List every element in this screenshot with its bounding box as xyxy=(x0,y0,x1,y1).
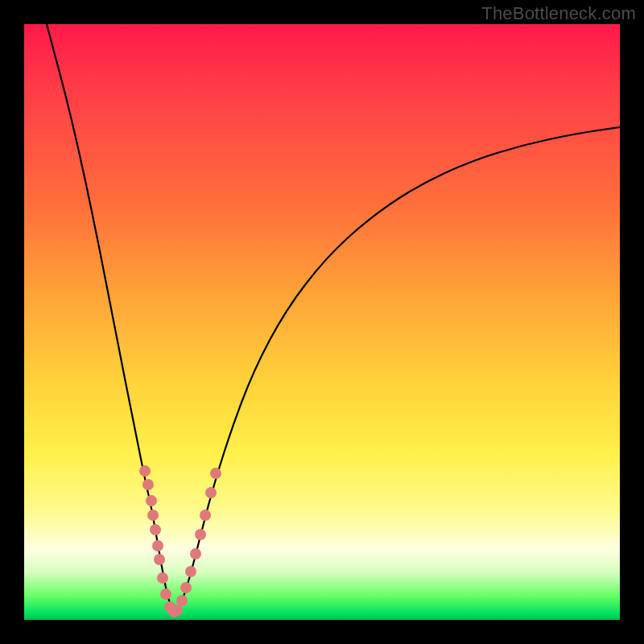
curve-markers xyxy=(139,465,221,617)
curve-marker xyxy=(210,468,221,479)
curve-marker xyxy=(176,595,188,606)
curve-marker xyxy=(147,510,159,521)
curve-marker xyxy=(157,572,168,584)
curve-marker xyxy=(146,495,157,506)
curve-marker xyxy=(185,566,196,577)
curve-marker xyxy=(190,548,201,559)
plot-area xyxy=(24,24,620,620)
curve-marker xyxy=(154,554,165,565)
curve-marker xyxy=(180,582,192,593)
curve-marker xyxy=(200,510,211,521)
curve-marker xyxy=(150,524,161,535)
curve-marker xyxy=(139,465,151,477)
curve-marker xyxy=(171,605,183,616)
curve-marker xyxy=(142,479,154,490)
watermark-text: TheBottleneck.com xyxy=(481,3,636,24)
curve-marker xyxy=(195,529,206,540)
bottleneck-curve xyxy=(47,24,620,610)
curve-marker xyxy=(152,540,163,551)
curve-layer xyxy=(24,24,620,620)
curve-marker xyxy=(205,487,217,498)
curve-marker xyxy=(160,588,171,600)
chart-frame: TheBottleneck.com xyxy=(0,0,644,644)
